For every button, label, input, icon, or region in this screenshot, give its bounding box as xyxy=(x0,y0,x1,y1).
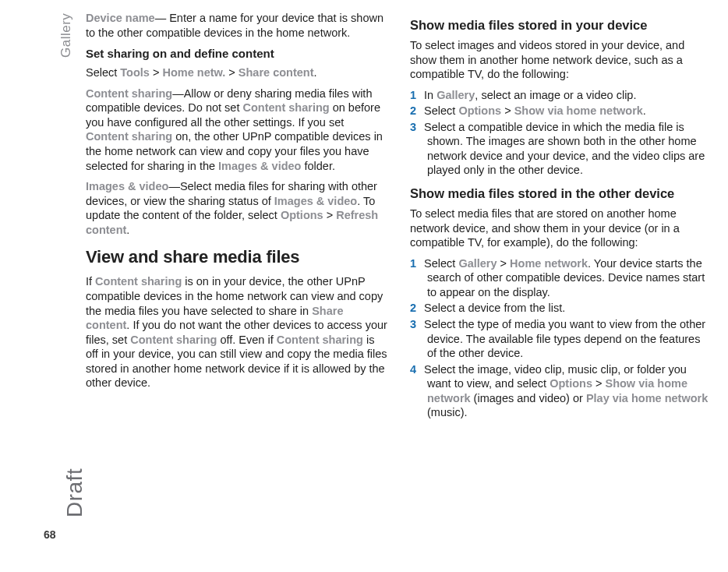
term-home-netw: Home netw. xyxy=(162,66,225,79)
term-content-sharing: Content sharing xyxy=(130,334,217,346)
steps-other-device: 1 Select Gallery > Home network. Your de… xyxy=(410,256,712,420)
left-margin: Gallery Draft 68 xyxy=(0,0,75,572)
term-images-video: Images & video xyxy=(218,160,301,172)
term-content-sharing: Content sharing xyxy=(86,87,172,100)
term-share-content: Share content xyxy=(239,66,314,79)
list-item: 2 Select Options > Show via home network… xyxy=(410,104,712,118)
list-item: 1 In Gallery, select an image or a video… xyxy=(410,88,712,103)
term-content-sharing: Content sharing xyxy=(277,334,363,346)
text: (images and video) or xyxy=(471,392,586,404)
term-tools: Tools xyxy=(120,66,150,79)
text: Select a device from the list. xyxy=(424,302,565,314)
term-content-sharing: Content sharing xyxy=(95,275,182,288)
mid-heading-show-your-device: Show media files stored in your device xyxy=(410,17,712,34)
device-name-para: Device name— Enter a name for your devic… xyxy=(86,11,388,40)
step-number: 1 xyxy=(410,88,421,103)
view-share-para: If Content sharing is on in your device,… xyxy=(86,274,388,390)
text: > xyxy=(501,104,514,117)
step-number: 1 xyxy=(410,256,421,271)
step-number: 2 xyxy=(410,104,421,118)
term-images-video: Images & video xyxy=(86,180,168,192)
text: > xyxy=(150,66,163,79)
term-content-sharing: Content sharing xyxy=(243,101,330,114)
intro-para-2: To select media files that are stored on… xyxy=(410,207,712,250)
term-options: Options xyxy=(550,377,592,390)
left-column: Device name— Enter a name for your devic… xyxy=(86,11,388,428)
page-content: Device name— Enter a name for your devic… xyxy=(86,11,712,428)
text: > xyxy=(592,377,606,390)
text: > xyxy=(323,209,337,221)
select-path-para: Select Tools > Home netw. > Share conten… xyxy=(86,65,388,80)
term-options: Options xyxy=(281,209,323,221)
step-number: 3 xyxy=(410,120,421,135)
text: In xyxy=(424,89,436,101)
right-column: Show media files stored in your device T… xyxy=(410,11,712,428)
term-play-via-home-network: Play via home network xyxy=(586,392,708,404)
steps-your-device: 1 In Gallery, select an image or a video… xyxy=(410,88,712,178)
term-images-video: Images & video xyxy=(274,195,357,207)
text: Select xyxy=(424,257,458,270)
text: off. Even if xyxy=(217,334,276,346)
text: . xyxy=(643,104,646,117)
images-video-para: Images & video—Select media files for sh… xyxy=(86,179,388,237)
list-item: 3 Select the type of media you want to v… xyxy=(410,317,712,361)
main-heading-view-share: View and share media files xyxy=(86,246,388,268)
text: , select an image or a video clip. xyxy=(475,89,636,101)
text: Select a compatible device in which the … xyxy=(424,121,705,177)
list-item: 1 Select Gallery > Home network. Your de… xyxy=(410,256,712,300)
step-number: 4 xyxy=(410,362,421,377)
term-options: Options xyxy=(458,104,501,117)
section-label: Gallery xyxy=(58,13,75,58)
term-device-name: Device name xyxy=(86,12,155,24)
term-home-network: Home network xyxy=(510,257,588,270)
mid-heading-show-other-device: Show media files stored in the other dev… xyxy=(410,185,712,202)
text: . xyxy=(314,66,317,79)
text: . xyxy=(126,224,129,236)
step-number: 3 xyxy=(410,317,421,332)
list-item: 4 Select the image, video clip, music cl… xyxy=(410,362,712,420)
text: Select xyxy=(86,66,120,79)
term-gallery: Gallery xyxy=(436,89,475,101)
intro-para-1: To select images and videos stored in yo… xyxy=(410,38,712,82)
page-number: 68 xyxy=(44,528,56,542)
text: Select the type of media you want to vie… xyxy=(424,318,705,359)
text: If xyxy=(86,275,95,288)
step-number: 2 xyxy=(410,301,421,316)
term-gallery: Gallery xyxy=(458,257,497,270)
text: > xyxy=(497,257,511,270)
text: folder. xyxy=(301,160,335,172)
content-sharing-para: Content sharing—Allow or deny sharing me… xyxy=(86,87,388,173)
list-item: 2 Select a device from the list. xyxy=(410,301,712,316)
term-show-via-home-network: Show via home network xyxy=(514,104,643,117)
draft-watermark: Draft xyxy=(61,468,89,517)
sub-heading-set-sharing: Set sharing on and define content xyxy=(86,46,388,61)
text: Select xyxy=(424,104,458,117)
term-content-sharing: Content sharing xyxy=(86,130,172,143)
text: (music). xyxy=(427,406,468,418)
list-item: 3 Select a compatible device in which th… xyxy=(410,120,712,178)
text: > xyxy=(225,66,239,79)
